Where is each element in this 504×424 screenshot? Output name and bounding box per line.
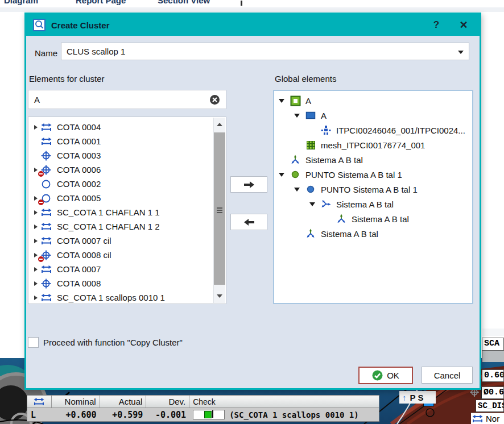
copy-cluster-checkbox[interactable]: [28, 337, 39, 348]
list-item[interactable]: COTA 0006: [28, 163, 226, 177]
tree-item[interactable]: Sistema A B tal: [274, 152, 472, 167]
expand-arrow-icon[interactable]: [34, 168, 38, 172]
global-elements-tree: A A ITPCI00246046_001/ITPCI0024... mesh_…: [273, 90, 473, 304]
tolerance-indicator: [193, 410, 225, 419]
expand-arrow-icon[interactable]: [34, 239, 38, 243]
tree-item[interactable]: Sistema A B tal: [274, 226, 472, 241]
collapse-arrow-icon[interactable]: [309, 202, 315, 206]
expand-arrow-icon[interactable]: [34, 196, 38, 201]
table-header-row: NominalActualDev.Check: [27, 395, 379, 408]
expand-arrow-icon[interactable]: [34, 296, 38, 300]
check-name: (SC_COTA 1 scallops 0010 1): [229, 410, 359, 419]
scroll-down-button[interactable]: [214, 289, 225, 303]
scrollbar-thumb[interactable]: [214, 132, 225, 285]
point-blue-icon: [304, 184, 317, 195]
list-item[interactable]: COTA 0004: [28, 120, 226, 134]
list-item[interactable]: COTA 0007 cil: [28, 234, 226, 248]
tree-item[interactable]: ITPCI00246046_001/ITPCI0024...: [274, 123, 472, 138]
mesh-icon: [304, 139, 317, 151]
expand-arrow-icon[interactable]: [34, 125, 38, 130]
scroll-up-button[interactable]: [214, 118, 225, 131]
tree-item[interactable]: Sistema A B tal: [274, 197, 472, 211]
expand-arrow-icon[interactable]: [34, 281, 38, 286]
column-header[interactable]: Check: [189, 396, 379, 408]
global-elements-label: Global elements: [275, 74, 336, 84]
tab-bar-divider: [0, 7, 504, 12]
clear-filter-icon[interactable]: [209, 94, 220, 105]
ok-button[interactable]: OK: [358, 367, 413, 384]
list-item[interactable]: COTA 0003: [28, 148, 226, 163]
name-combobox[interactable]: CLUS scallop 1: [61, 43, 469, 60]
column-header[interactable]: Dev.: [146, 396, 189, 408]
copy-cluster-label: Proceed with function "Copy Cluster": [43, 338, 183, 347]
filter-input[interactable]: A: [28, 90, 226, 109]
clipped-label-sca: SCA: [482, 338, 504, 351]
collapse-arrow-icon[interactable]: [294, 114, 300, 118]
list-item[interactable]: COTA 0007: [28, 262, 226, 276]
cancel-button[interactable]: Cancel: [422, 367, 473, 384]
suppressed-badge-icon: [38, 256, 44, 262]
tree-item[interactable]: mesh_ITPCI00176774_001: [274, 138, 472, 152]
list-item[interactable]: SC_COTA 1 CHAFLAN 1 1: [28, 205, 226, 219]
name-label: Name: [35, 48, 57, 58]
tab-diagram[interactable]: Diagram: [4, 0, 38, 5]
tripod-icon: [335, 213, 348, 225]
column-header[interactable]: Nominal: [52, 396, 100, 408]
circle-red-icon: [40, 193, 52, 203]
actual-value: +0.599: [100, 410, 147, 420]
circle-cross-red-icon: [40, 250, 52, 260]
help-button[interactable]: ?: [425, 14, 448, 36]
expand-arrow-icon[interactable]: [34, 253, 38, 257]
collapse-arrow-icon[interactable]: [279, 99, 284, 103]
suppressed-badge-icon: [38, 171, 44, 177]
clipped-label-nor: Nor: [471, 413, 504, 424]
point-green-icon: [289, 169, 301, 180]
tree-item[interactable]: A: [274, 108, 472, 123]
list-item[interactable]: SC_COTA 1 CHAFLAN 1 2: [28, 219, 226, 234]
list-item[interactable]: COTA 0005: [28, 191, 226, 205]
list-item[interactable]: SC_COTA 1 scallops 0010 1: [28, 290, 226, 304]
collapse-arrow-icon[interactable]: [294, 188, 300, 192]
tree-item[interactable]: PUNTO Sistema A B tal 1: [274, 182, 472, 197]
list-item[interactable]: COTA 0008: [28, 276, 226, 290]
list-item[interactable]: COTA 0008 cil: [28, 248, 226, 262]
ok-check-icon: [372, 370, 383, 381]
tab-report-page[interactable]: Report Page: [76, 0, 126, 5]
tree-item[interactable]: PUNTO Sistema A B tal 1: [274, 167, 472, 182]
column-header[interactable]: Actual: [100, 396, 147, 408]
right-arrow-icon: [243, 181, 255, 189]
elements-for-cluster-label: Elements for cluster: [29, 74, 105, 84]
dev-value: -0.001: [146, 410, 189, 420]
distance-icon: [40, 122, 52, 132]
tab-section-view[interactable]: Section View: [158, 0, 210, 5]
expand-arrow-icon[interactable]: [34, 267, 38, 272]
expand-arrow-icon[interactable]: [34, 210, 38, 215]
up-arrow-icon: ↑: [402, 393, 407, 402]
tab-bar: Diagram Report Page Section View: [0, 0, 504, 7]
tripod-rot-icon: [320, 198, 332, 210]
name-value: CLUS scallop 1: [67, 47, 125, 56]
cluster-dots-icon: [320, 124, 332, 136]
circle-cross-icon: [40, 151, 52, 161]
list-item[interactable]: COTA 0002: [28, 177, 226, 191]
tree-item[interactable]: Sistema A B tal: [274, 211, 472, 226]
clipped-glyph: [241, 1, 242, 6]
clipped-box: [482, 329, 504, 336]
tree-item[interactable]: A: [274, 93, 472, 108]
square-green-icon: [289, 95, 301, 106]
add-to-cluster-button[interactable]: [230, 176, 267, 193]
remove-from-cluster-button[interactable]: [230, 214, 267, 230]
dialog-titlebar[interactable]: Create Cluster ? ✕: [26, 14, 480, 36]
chevron-down-icon[interactable]: [458, 51, 464, 54]
magnifier-icon: [33, 19, 46, 31]
list-item[interactable]: COTA 0001: [28, 134, 226, 148]
close-button[interactable]: ✕: [452, 14, 475, 36]
scrollbar[interactable]: [213, 118, 225, 303]
dialog-title: Create Cluster: [51, 20, 110, 30]
square-blue-icon: [304, 110, 317, 121]
table-row[interactable]: L +0.600 +0.599 -0.001 (SC_COTA 1 scallo…: [27, 408, 379, 422]
expand-arrow-icon[interactable]: [34, 225, 38, 229]
circle-cross-icon: [40, 278, 52, 289]
collapse-arrow-icon[interactable]: [279, 173, 284, 177]
measurement-table: NominalActualDev.Check L +0.600 +0.599 -…: [27, 395, 379, 422]
